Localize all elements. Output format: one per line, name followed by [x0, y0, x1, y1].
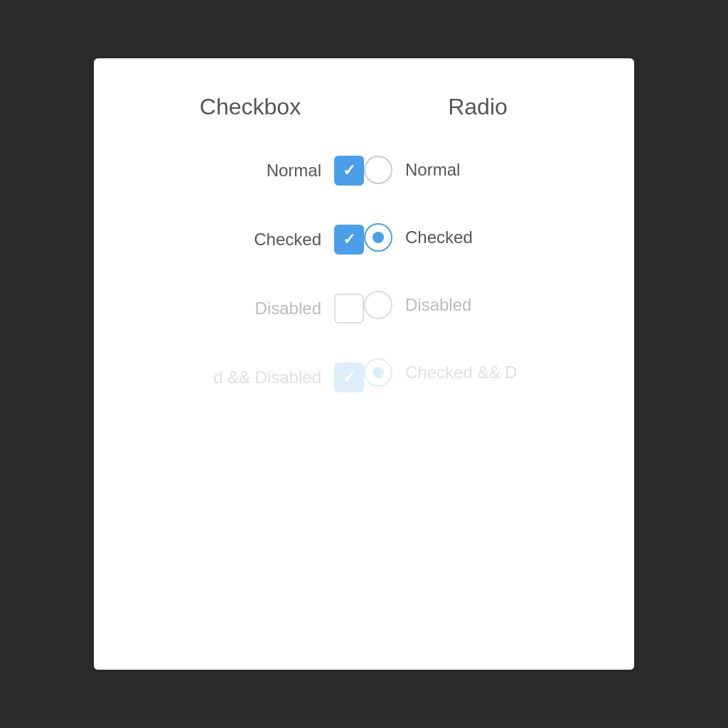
checkbox-disabled-box — [334, 294, 364, 323]
checkbox-row-disabled: Disabled — [136, 294, 364, 323]
radio-checked-dot — [373, 232, 384, 243]
checkbox-row-normal: Normal ✓ — [136, 156, 364, 186]
radio-disabled-label: Disabled — [405, 295, 471, 315]
radio-column: Radio Normal Checked Disabled — [364, 94, 592, 432]
fade-overlay — [94, 556, 634, 670]
checkbox-normal-box[interactable]: ✓ — [334, 156, 364, 186]
checkmark-normal: ✓ — [343, 163, 355, 178]
checkbox-header: Checkbox — [200, 94, 301, 120]
checkmark-checked-disabled: ✓ — [343, 370, 355, 385]
radio-row-normal: Normal — [364, 156, 592, 184]
radio-checked-circle[interactable] — [364, 223, 392, 252]
radio-row-checked: Checked — [364, 223, 592, 252]
checkbox-checked-disabled-label: d && Disabled — [213, 368, 321, 387]
radio-checked-disabled-dot — [373, 367, 384, 378]
radio-checked-disabled-label: Checked && D — [405, 363, 517, 382]
checkbox-normal-label: Normal — [267, 161, 321, 181]
radio-row-checked-disabled: Checked && D — [364, 358, 592, 387]
radio-header: Radio — [448, 94, 508, 120]
radio-normal-label: Normal — [405, 160, 460, 180]
main-card: Checkbox Normal ✓ Checked ✓ Disabled — [94, 58, 634, 670]
radio-disabled-circle — [364, 291, 392, 319]
radio-checked-label: Checked — [405, 228, 473, 247]
radio-checked-disabled-circle — [364, 358, 392, 387]
checkbox-checked-disabled-box: ✓ — [334, 363, 364, 392]
checkmark-checked: ✓ — [343, 232, 355, 247]
columns-container: Checkbox Normal ✓ Checked ✓ Disabled — [136, 94, 592, 432]
checkbox-disabled-label: Disabled — [255, 299, 321, 318]
radio-row-disabled: Disabled — [364, 291, 592, 319]
checkbox-checked-label: Checked — [254, 230, 321, 250]
radio-normal-circle[interactable] — [364, 156, 392, 184]
checkbox-column: Checkbox Normal ✓ Checked ✓ Disabled — [136, 94, 364, 432]
checkbox-row-checked: Checked ✓ — [136, 225, 364, 255]
checkbox-row-checked-disabled: d && Disabled ✓ — [136, 363, 364, 392]
checkbox-checked-box[interactable]: ✓ — [334, 225, 364, 255]
